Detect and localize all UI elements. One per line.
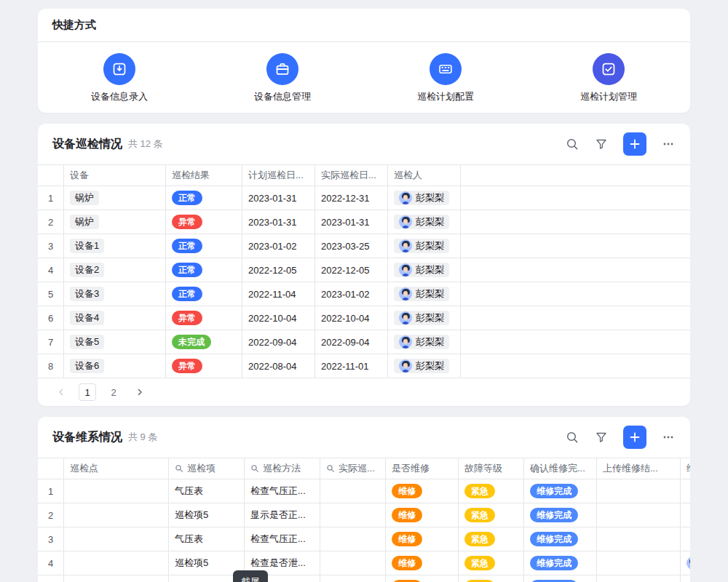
repair-cell[interactable]: 维修 — [386, 527, 459, 551]
planned-date-cell[interactable]: 2022-08-04 — [242, 354, 315, 378]
level-cell[interactable]: 紧急 — [459, 503, 524, 527]
upload-cell[interactable] — [597, 479, 681, 503]
shortcut-device-entry[interactable]: 设备信息录入 — [38, 53, 201, 103]
column-header[interactable]: 巡检方法 — [245, 458, 320, 479]
device-cell[interactable]: 锅炉 — [64, 210, 166, 234]
confirm-cell[interactable]: 维修完成 — [524, 479, 597, 503]
planned-date-cell[interactable]: 2022-11-04 — [242, 282, 315, 306]
method-cell[interactable]: 显示是否正... — [245, 503, 320, 527]
point-cell[interactable] — [64, 575, 169, 582]
row-number-cell[interactable]: 7 — [38, 330, 64, 354]
method-cell[interactable]: 检查气压正... — [245, 479, 320, 503]
actual-date-cell[interactable]: 2023-01-02 — [315, 282, 388, 306]
upload-cell[interactable] — [597, 527, 681, 551]
shortcut-plan-config[interactable]: 巡检计划配置 — [364, 53, 527, 103]
actual-date-cell[interactable]: 2022-12-31 — [315, 186, 388, 210]
column-header[interactable]: 故障等级 — [459, 458, 524, 479]
column-header[interactable]: 计划巡检日... — [242, 165, 315, 186]
confirm-cell[interactable]: 维修完成 — [524, 575, 597, 582]
page-button-2[interactable]: 2 — [105, 383, 122, 401]
result-cell[interactable]: 正常 — [166, 234, 242, 258]
device-cell[interactable]: 设备2 — [64, 258, 166, 282]
actual-cell[interactable] — [320, 503, 386, 527]
row-number-cell[interactable]: 3 — [38, 527, 64, 551]
result-cell[interactable]: 正常 — [166, 258, 242, 282]
inspector-cell[interactable]: 彭梨梨 — [388, 258, 461, 282]
row-number-header[interactable] — [38, 458, 64, 479]
filter-icon[interactable] — [594, 430, 609, 445]
column-header[interactable]: 实际巡... — [320, 458, 386, 479]
result-cell[interactable]: 异常 — [166, 306, 242, 330]
repair-cell[interactable]: 维修 — [386, 503, 459, 527]
item-cell[interactable]: 气压表 — [169, 479, 245, 503]
inspector-cell[interactable]: 彭梨梨 — [388, 234, 461, 258]
more-options-icon[interactable] — [661, 430, 676, 445]
actual-date-cell[interactable]: 2022-11-01 — [315, 354, 388, 378]
level-cell[interactable]: 紧急 — [459, 527, 524, 551]
device-cell[interactable]: 设备5 — [64, 330, 166, 354]
device-cell[interactable]: 设备6 — [64, 354, 166, 378]
column-header[interactable]: 巡检人 — [388, 165, 461, 186]
column-header[interactable]: 确认维修完... — [524, 458, 597, 479]
row-number-cell[interactable]: 1 — [38, 479, 64, 503]
column-header[interactable]: 巡检点 — [64, 458, 169, 479]
search-icon[interactable] — [565, 137, 579, 151]
device-cell[interactable]: 设备1 — [64, 234, 166, 258]
column-header[interactable]: 是否维修 — [386, 458, 459, 479]
row-number-cell[interactable]: 3 — [38, 234, 64, 258]
inspector-cell[interactable]: 彭梨梨 — [388, 330, 461, 354]
column-header[interactable]: 巡检项 — [169, 458, 245, 479]
row-number-cell[interactable]: 8 — [38, 354, 64, 378]
inspector-cell[interactable]: 彭梨梨 — [388, 210, 461, 234]
repair-cell[interactable]: 维修 — [386, 575, 459, 582]
actual-cell[interactable] — [320, 479, 386, 503]
item-cell[interactable]: 巡检项5 — [169, 503, 245, 527]
extra-cell[interactable] — [681, 503, 690, 527]
add-record-button[interactable] — [623, 132, 646, 156]
actual-date-cell[interactable]: 2023-01-31 — [315, 210, 388, 234]
upload-cell[interactable] — [597, 503, 681, 527]
actual-date-cell[interactable]: 2023-03-25 — [315, 234, 388, 258]
add-record-button[interactable] — [623, 426, 646, 449]
inspector-cell[interactable]: 彭梨梨 — [388, 282, 461, 306]
actual-date-cell[interactable]: 2022-12-05 — [315, 258, 388, 282]
row-number-cell[interactable]: 5 — [38, 282, 64, 306]
extra-cell[interactable] — [681, 527, 690, 551]
point-cell[interactable] — [64, 479, 169, 503]
level-cell[interactable]: 紧急 — [459, 551, 524, 575]
confirm-cell[interactable]: 维修完成 — [524, 551, 597, 575]
level-cell[interactable]: 紧急 — [459, 575, 524, 582]
level-cell[interactable]: 紧急 — [459, 479, 524, 503]
inspector-cell[interactable]: 彭梨梨 — [388, 186, 461, 210]
row-number-cell[interactable]: 6 — [38, 306, 64, 330]
point-cell[interactable] — [64, 527, 169, 551]
shortcut-plan-manage[interactable]: 巡检计划管理 — [527, 53, 690, 103]
extra-cell[interactable] — [681, 479, 690, 503]
row-number-header[interactable] — [38, 165, 64, 186]
device-cell[interactable]: 设备4 — [64, 306, 166, 330]
inspector-cell[interactable]: 彭梨梨 — [388, 354, 461, 378]
actual-date-cell[interactable]: 2022-10-04 — [315, 306, 388, 330]
actual-cell[interactable] — [320, 575, 386, 582]
item-cell[interactable]: 气压表 — [169, 527, 245, 551]
prev-page-icon[interactable] — [52, 383, 70, 401]
planned-date-cell[interactable]: 2023-01-02 — [242, 234, 315, 258]
column-header[interactable]: 设备 — [64, 165, 166, 186]
row-number-cell[interactable]: 2 — [38, 210, 64, 234]
row-number-cell[interactable]: 1 — [38, 186, 64, 210]
planned-date-cell[interactable]: 2023-01-31 — [242, 186, 315, 210]
planned-date-cell[interactable]: 2022-12-05 — [242, 258, 315, 282]
repair-cell[interactable]: 维修 — [386, 479, 459, 503]
method-cell[interactable]: 检查气压正... — [245, 527, 320, 551]
result-cell[interactable]: 正常 — [166, 186, 242, 210]
planned-date-cell[interactable]: 2022-09-04 — [242, 330, 315, 354]
filter-icon[interactable] — [594, 137, 609, 151]
column-header[interactable]: 维... — [681, 458, 690, 479]
confirm-cell[interactable]: 维修完成 — [524, 503, 597, 527]
column-header[interactable]: 实际巡检日... — [315, 165, 388, 186]
upload-cell[interactable] — [597, 551, 681, 575]
next-page-icon[interactable] — [131, 383, 149, 401]
actual-cell[interactable] — [320, 527, 386, 551]
point-cell[interactable] — [64, 551, 169, 575]
row-number-cell[interactable]: 5 — [38, 575, 64, 582]
